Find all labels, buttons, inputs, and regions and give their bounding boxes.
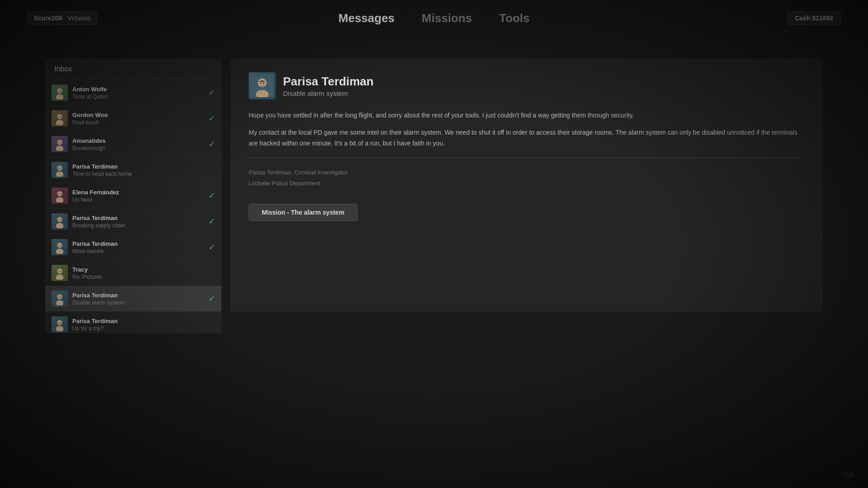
inbox-avatar <box>52 291 68 307</box>
svg-point-18 <box>58 194 59 195</box>
svg-point-8 <box>57 140 62 145</box>
svg-point-30 <box>58 271 59 272</box>
message-header: Parisa Terdiman Disable alarm system <box>249 72 805 99</box>
watermark: 九游 <box>843 471 854 479</box>
inbox-avatar <box>52 84 68 101</box>
inbox-item-preview: Disable alarm system <box>72 300 205 306</box>
read-checkmark: ✓ <box>208 216 215 226</box>
svg-point-35 <box>60 297 61 298</box>
svg-point-14 <box>58 168 59 169</box>
read-checkmark: ✓ <box>208 88 215 98</box>
score-display: Score209 <box>34 14 62 22</box>
inbox-item-preview: Up for a trip? <box>72 325 215 332</box>
svg-point-33 <box>56 300 64 305</box>
inbox-item[interactable]: Anton Wolfe Tools at Quilez ✓ <box>45 80 222 106</box>
inbox-item-info: Parisa Terdiman Time to head back home <box>72 163 215 177</box>
svg-point-7 <box>60 117 61 117</box>
inbox-item-preview: Un favor <box>72 197 205 203</box>
signature-line-2: Löckelle Police Department <box>249 178 805 188</box>
svg-point-10 <box>58 142 59 143</box>
svg-point-6 <box>58 117 59 117</box>
svg-point-32 <box>57 294 62 300</box>
message-body: Hope you have settled in after the long … <box>249 110 805 149</box>
message-paragraph-2: My contact at the local PD gave me some … <box>249 127 805 149</box>
inbox-item-info: Elena Fernández Un favor <box>72 189 205 203</box>
read-checkmark: ✓ <box>208 242 215 252</box>
inbox-avatar <box>52 162 68 178</box>
svg-point-17 <box>56 197 64 202</box>
svg-point-21 <box>56 223 64 228</box>
inbox-item-name: Parisa Terdiman <box>72 318 215 324</box>
svg-point-27 <box>60 245 61 246</box>
svg-point-9 <box>56 145 64 151</box>
svg-point-26 <box>58 245 59 246</box>
inbox-avatar <box>52 188 68 204</box>
inbox-list[interactable]: Anton Wolfe Tools at Quilez ✓ Gordon Woo… <box>45 80 222 333</box>
inbox-item[interactable]: Parisa Terdiman Breaking supply chain ✓ <box>45 209 222 235</box>
svg-point-31 <box>60 271 61 272</box>
svg-point-3 <box>60 91 61 92</box>
svg-point-11 <box>60 142 61 143</box>
inbox-item-name: Parisa Terdiman <box>72 215 205 221</box>
message-sender-info: Parisa Terdiman Disable alarm system <box>283 75 373 97</box>
svg-point-4 <box>57 114 62 119</box>
svg-point-52 <box>260 83 262 84</box>
svg-point-24 <box>57 243 62 248</box>
tab-missions[interactable]: Missions <box>422 11 472 25</box>
inbox-item-name: Elena Fernández <box>72 189 205 196</box>
tab-tools[interactable]: Tools <box>499 11 529 25</box>
message-paragraph-1: Hope you have settled in after the long … <box>249 110 805 121</box>
svg-point-34 <box>58 297 59 298</box>
inbox-item[interactable]: Parisa Terdiman Time to head back home <box>45 157 222 183</box>
inbox-item-preview: Tools at Quilez <box>72 94 205 100</box>
inbox-item-preview: Final touch <box>72 119 205 126</box>
svg-point-2 <box>58 91 59 92</box>
svg-point-53 <box>263 83 264 84</box>
svg-point-36 <box>57 320 62 325</box>
inbox-item[interactable]: Parisa Terdiman Move barrels ✓ <box>45 235 222 260</box>
message-panel: Parisa Terdiman Disable alarm system Hop… <box>231 59 823 312</box>
inbox-item-info: Parisa Terdiman Up for a trip? <box>72 318 215 332</box>
score-badge: Score209 Virtuoso <box>27 11 97 25</box>
inbox-item-name: Parisa Terdiman <box>72 292 205 299</box>
inbox-item-name: Amanatides <box>72 137 205 144</box>
read-checkmark: ✓ <box>208 191 215 201</box>
inbox-item-name: Parisa Terdiman <box>72 240 205 247</box>
inbox-item-name: Anton Wolfe <box>72 86 205 93</box>
svg-point-0 <box>57 88 62 94</box>
inbox-item-preview: Move barrels <box>72 248 205 254</box>
main-content: Inbox Anton Wolfe Tools at Quilez ✓ <box>0 36 868 488</box>
inbox-item-info: Parisa Terdiman Move barrels <box>72 240 205 254</box>
inbox-item[interactable]: Amanatides Breakthrough ✓ <box>45 131 222 157</box>
read-checkmark: ✓ <box>208 113 215 123</box>
inbox-item[interactable]: Parisa Terdiman Up for a trip? <box>45 312 222 333</box>
inbox-avatar <box>52 110 68 127</box>
inbox-item[interactable]: Tracy Re: Pictures <box>45 260 222 286</box>
svg-point-28 <box>57 268 62 274</box>
inbox-item[interactable]: Gordon Woo Final touch ✓ <box>45 106 222 131</box>
inbox-avatar <box>52 239 68 255</box>
svg-point-22 <box>58 220 59 221</box>
svg-point-20 <box>57 217 62 222</box>
inbox-item-preview: Re: Pictures <box>72 274 215 280</box>
svg-point-23 <box>60 220 61 221</box>
svg-point-29 <box>56 274 64 280</box>
inbox-item[interactable]: Elena Fernández Un favor ✓ <box>45 183 222 209</box>
inbox-avatar <box>52 213 68 230</box>
mission-button[interactable]: Mission - The alarm system <box>249 204 358 221</box>
message-subject: Disable alarm system <box>283 89 373 97</box>
main-nav: Messages Missions Tools <box>339 11 530 25</box>
inbox-avatar <box>52 265 68 281</box>
inbox-item-info: Tracy Re: Pictures <box>72 266 215 280</box>
inbox-item[interactable]: Parisa Terdiman Disable alarm system ✓ <box>45 286 222 312</box>
svg-point-13 <box>56 171 64 177</box>
tab-messages[interactable]: Messages <box>339 11 395 25</box>
message-sender-name: Parisa Terdiman <box>283 75 373 89</box>
message-sender-avatar <box>249 72 276 99</box>
inbox-panel: Inbox Anton Wolfe Tools at Quilez ✓ <box>45 59 222 333</box>
inbox-header: Inbox <box>45 59 222 80</box>
svg-point-19 <box>60 194 61 195</box>
inbox-item-preview: Breaking supply chain <box>72 222 205 229</box>
svg-point-1 <box>56 94 64 99</box>
svg-point-5 <box>56 120 64 125</box>
